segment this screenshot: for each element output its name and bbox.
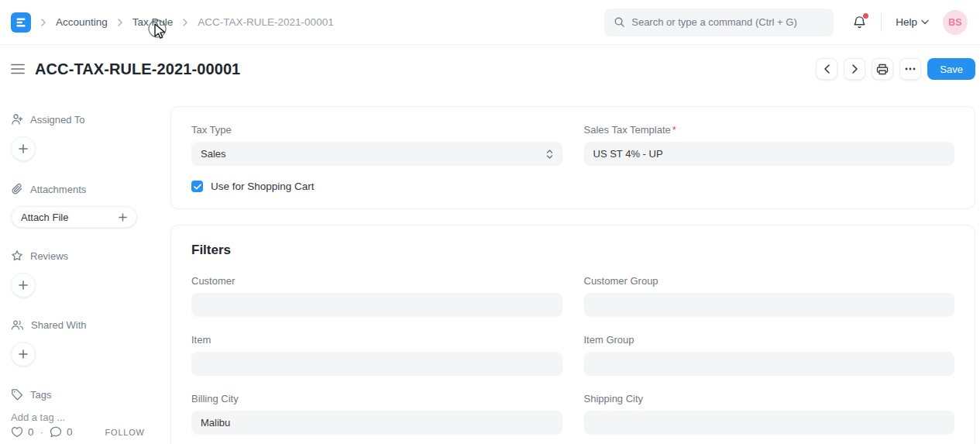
item-group-label: Item Group [584, 334, 955, 346]
item-group-field: Item Group [584, 334, 955, 376]
reviews-label: Reviews [30, 250, 68, 262]
help-menu[interactable]: Help [896, 16, 929, 28]
breadcrumb-tax-rule[interactable]: Tax Rule [132, 16, 174, 28]
likes-count: 0 [28, 426, 34, 438]
next-document-button[interactable] [844, 58, 865, 80]
breadcrumb: Accounting Tax Rule ACC-TAX-RULE-2021-00… [11, 12, 334, 33]
header-actions: Save [816, 58, 975, 80]
sidebar-footer: 0 · 0 FOLLOW [11, 426, 160, 438]
billing-city-input[interactable] [191, 411, 562, 435]
attachments-section: Attachments [11, 183, 160, 195]
shipping-city-input[interactable] [584, 411, 955, 435]
global-search[interactable] [604, 9, 834, 36]
use-for-shopping-cart-checkbox-row[interactable]: Use for Shopping Cart [191, 181, 954, 192]
customer-group-field: Customer Group [584, 275, 955, 317]
assigned-to-label: Assigned To [30, 114, 85, 126]
shared-with-section: Shared With [11, 319, 160, 331]
chevron-right-icon [117, 19, 123, 26]
paperclip-icon [11, 183, 23, 195]
add-tag-input[interactable]: Add a tag ... [11, 411, 160, 423]
breadcrumb-current-doc: ACC-TAX-RULE-2021-00001 [198, 16, 333, 28]
tag-icon [11, 388, 23, 401]
required-asterisk: * [672, 124, 676, 136]
dot-separator: · [40, 426, 44, 438]
customer-field: Customer [191, 275, 562, 317]
item-label: Item [191, 334, 562, 346]
select-caret-icon [546, 149, 553, 160]
shared-with-label: Shared With [31, 319, 87, 331]
tax-type-label: Tax Type [191, 124, 562, 136]
breadcrumb-accounting[interactable]: Accounting [56, 16, 108, 28]
page-header: ACC-TAX-RULE-2021-00001 Save [0, 45, 980, 93]
customer-group-label: Customer Group [584, 275, 955, 287]
billing-city-label: Billing City [191, 393, 562, 404]
sales-tax-template-label: Sales Tax Template* [584, 124, 955, 136]
heart-icon[interactable] [11, 426, 23, 438]
sales-tax-template-field: Sales Tax Template* [584, 124, 955, 166]
user-avatar[interactable]: BS [943, 10, 968, 35]
tax-type-field: Tax Type Sales [191, 124, 562, 166]
more-options-button[interactable] [899, 58, 921, 80]
assign-user-icon [11, 113, 23, 126]
document-sidebar: Assigned To Attachments Attach File [0, 93, 170, 444]
people-icon [11, 319, 24, 331]
use-for-shopping-cart-label: Use for Shopping Cart [211, 181, 315, 192]
comment-icon[interactable] [50, 426, 62, 438]
notifications-bell-icon[interactable] [852, 15, 867, 29]
search-icon [614, 16, 625, 28]
comments-count: 0 [67, 426, 73, 438]
form-area: Tax Type Sales Sales Tax Template* [170, 93, 980, 444]
app-window: Accounting Tax Rule ACC-TAX-RULE-2021-00… [0, 0, 980, 444]
tax-rule-main-section: Tax Type Sales Sales Tax Template* [170, 106, 975, 209]
star-icon [11, 250, 23, 262]
previous-document-button[interactable] [816, 58, 837, 80]
attach-file-button[interactable]: Attach File [11, 206, 137, 228]
chevron-right-icon [182, 19, 188, 26]
customer-group-input[interactable] [584, 293, 955, 317]
customer-input[interactable] [191, 293, 562, 317]
navbar-actions: Help BS [604, 9, 968, 36]
search-input[interactable] [631, 16, 824, 28]
attach-file-label: Attach File [21, 212, 68, 223]
plus-icon [119, 213, 127, 222]
likes-counter[interactable]: 0 [11, 426, 34, 438]
add-share-button[interactable] [11, 342, 36, 367]
page-title: ACC-TAX-RULE-2021-00001 [35, 60, 240, 78]
checkbox-checked-icon[interactable] [191, 181, 203, 192]
navbar: Accounting Tax Rule ACC-TAX-RULE-2021-00… [0, 0, 980, 45]
print-button[interactable] [872, 58, 893, 80]
tags-section: Tags [11, 388, 160, 401]
help-label: Help [896, 16, 917, 28]
add-review-button[interactable] [11, 273, 36, 298]
item-input[interactable] [191, 352, 562, 376]
add-assignment-button[interactable] [11, 136, 36, 161]
attachments-label: Attachments [30, 184, 86, 195]
divider [881, 13, 882, 32]
shipping-city-field: Shipping City [584, 393, 955, 435]
customer-label: Customer [191, 275, 562, 287]
tags-label: Tags [30, 389, 51, 401]
item-group-input[interactable] [584, 352, 955, 376]
comments-counter[interactable]: 0 [50, 426, 73, 438]
tax-type-value: Sales [201, 148, 226, 160]
filters-section: Filters Customer Customer Group Item [170, 225, 975, 444]
follow-button[interactable]: FOLLOW [105, 428, 145, 437]
billing-city-field: Billing City [191, 393, 562, 435]
chevron-down-icon [921, 19, 929, 25]
chevron-right-icon [40, 19, 46, 26]
erpnext-logo-icon[interactable] [11, 12, 31, 33]
sales-tax-template-input[interactable] [584, 142, 955, 166]
assigned-to-section: Assigned To [11, 113, 160, 126]
item-field: Item [191, 334, 562, 376]
reviews-section: Reviews [11, 250, 160, 262]
notification-dot [863, 13, 868, 19]
filters-heading: Filters [191, 243, 954, 258]
sidebar-toggle-hamburger-icon[interactable] [8, 59, 28, 79]
shipping-city-label: Shipping City [584, 393, 955, 404]
save-button[interactable]: Save [927, 58, 975, 80]
tax-type-select[interactable]: Sales [191, 142, 562, 166]
